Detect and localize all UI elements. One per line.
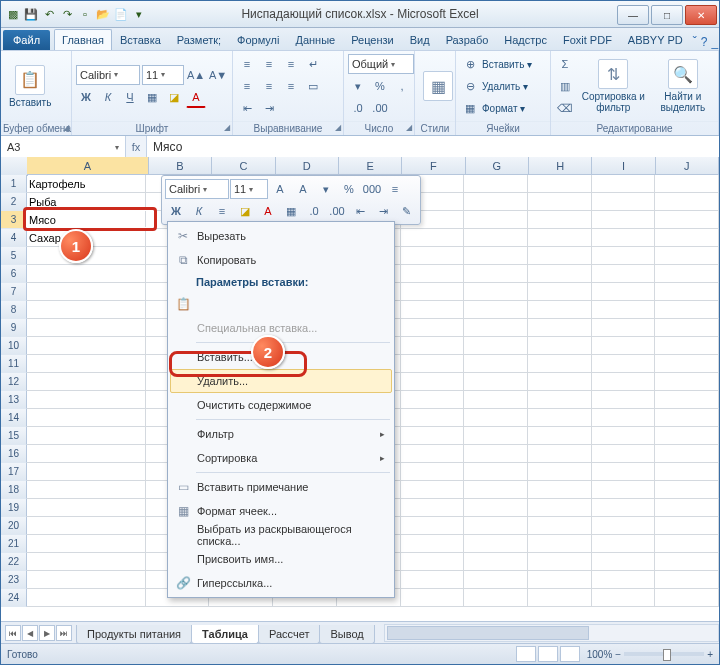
- cell-H5[interactable]: [528, 247, 592, 264]
- ctx-format[interactable]: ▦Формат ячеек...: [170, 499, 392, 523]
- row-header-18[interactable]: 18: [1, 481, 27, 499]
- cell-J15[interactable]: [655, 427, 719, 444]
- cell-I1[interactable]: [592, 175, 656, 192]
- mini-dec-inc-button[interactable]: .0: [303, 201, 325, 221]
- underline-button[interactable]: Ч: [120, 87, 140, 107]
- cell-F16[interactable]: [401, 445, 465, 462]
- row-header-4[interactable]: 4: [1, 229, 27, 247]
- view-normal-button[interactable]: [516, 646, 536, 662]
- mini-indent-inc-button[interactable]: ⇥: [372, 201, 394, 221]
- minimize-button[interactable]: —: [617, 5, 649, 25]
- cell-J6[interactable]: [655, 265, 719, 282]
- row-header-23[interactable]: 23: [1, 571, 27, 589]
- column-header-H[interactable]: H: [529, 157, 592, 175]
- cell-I21[interactable]: [592, 535, 656, 552]
- cell-J3[interactable]: [655, 211, 719, 228]
- cell-A20[interactable]: [27, 517, 146, 534]
- cell-A16[interactable]: [27, 445, 146, 462]
- cell-A2[interactable]: Рыба: [27, 193, 146, 210]
- ctx-filter[interactable]: Фильтр: [170, 422, 392, 446]
- border-button[interactable]: ▦: [142, 87, 162, 107]
- cell-F22[interactable]: [401, 553, 465, 570]
- redo-icon[interactable]: ↷: [59, 6, 75, 22]
- cell-F24[interactable]: [401, 589, 465, 606]
- cell-I17[interactable]: [592, 463, 656, 480]
- mini-bold-button[interactable]: Ж: [165, 201, 187, 221]
- cell-J4[interactable]: [655, 229, 719, 246]
- cell-H9[interactable]: [528, 319, 592, 336]
- decrease-indent-button[interactable]: ⇤: [237, 98, 257, 118]
- bold-button[interactable]: Ж: [76, 87, 96, 107]
- ctx-name[interactable]: Присвоить имя...: [170, 547, 392, 571]
- cell-F7[interactable]: [401, 283, 465, 300]
- cell-I14[interactable]: [592, 409, 656, 426]
- row-header-11[interactable]: 11: [1, 355, 27, 373]
- cell-I18[interactable]: [592, 481, 656, 498]
- comma-button[interactable]: ,: [392, 76, 412, 96]
- mini-align-button[interactable]: ≡: [211, 201, 233, 221]
- cell-H2[interactable]: [528, 193, 592, 210]
- cell-A11[interactable]: [27, 355, 146, 372]
- cell-H24[interactable]: [528, 589, 592, 606]
- column-header-F[interactable]: F: [402, 157, 465, 175]
- mini-grow-button[interactable]: A: [269, 179, 291, 199]
- mini-percent-button[interactable]: %: [338, 179, 360, 199]
- cell-I15[interactable]: [592, 427, 656, 444]
- cell-F17[interactable]: [401, 463, 465, 480]
- tab-home[interactable]: Главная: [54, 29, 112, 50]
- row-header-1[interactable]: 1: [1, 175, 27, 193]
- cell-A24[interactable]: [27, 589, 146, 606]
- sum-button[interactable]: Σ: [555, 54, 575, 74]
- cell-G19[interactable]: [464, 499, 528, 516]
- shrink-font-button[interactable]: A▼: [208, 65, 228, 85]
- cell-I10[interactable]: [592, 337, 656, 354]
- merge-button[interactable]: ▭: [303, 76, 323, 96]
- tab-review[interactable]: Рецензи: [343, 29, 402, 50]
- cell-I19[interactable]: [592, 499, 656, 516]
- qat-new-icon[interactable]: ▫: [77, 6, 93, 22]
- zoom-slider[interactable]: [624, 652, 704, 656]
- mini-shrink-button[interactable]: A: [292, 179, 314, 199]
- ctx-cut[interactable]: ✂Вырезать: [170, 224, 392, 248]
- cell-A12[interactable]: [27, 373, 146, 390]
- tab-file[interactable]: Файл: [3, 30, 50, 50]
- cell-G20[interactable]: [464, 517, 528, 534]
- cell-F12[interactable]: [401, 373, 465, 390]
- align-right-button[interactable]: ≡: [281, 76, 301, 96]
- cell-J24[interactable]: [655, 589, 719, 606]
- cell-I9[interactable]: [592, 319, 656, 336]
- cell-A19[interactable]: [27, 499, 146, 516]
- cell-H10[interactable]: [528, 337, 592, 354]
- clear-button[interactable]: ⌫: [555, 98, 575, 118]
- cell-G9[interactable]: [464, 319, 528, 336]
- view-layout-button[interactable]: [538, 646, 558, 662]
- cell-G24[interactable]: [464, 589, 528, 606]
- cell-G1[interactable]: [464, 175, 528, 192]
- align-top-button[interactable]: ≡: [237, 54, 257, 74]
- cell-H21[interactable]: [528, 535, 592, 552]
- cell-A7[interactable]: [27, 283, 146, 300]
- qat-dropdown-icon[interactable]: ▾: [131, 6, 147, 22]
- cell-A13[interactable]: [27, 391, 146, 408]
- sort-filter-button[interactable]: ⇅Сортировка и фильтр: [577, 57, 650, 115]
- insert-cells-button[interactable]: Вставить ▾: [482, 59, 532, 70]
- tab-formulas[interactable]: Формулі: [229, 29, 287, 50]
- qat-print-icon[interactable]: 📄: [113, 6, 129, 22]
- cell-F21[interactable]: [401, 535, 465, 552]
- cell-J5[interactable]: [655, 247, 719, 264]
- cell-H18[interactable]: [528, 481, 592, 498]
- cell-F5[interactable]: [401, 247, 465, 264]
- cell-G21[interactable]: [464, 535, 528, 552]
- sheet-tab-calc[interactable]: Рассчет: [258, 625, 321, 644]
- align-center-button[interactable]: ≡: [259, 76, 279, 96]
- format-cells-button[interactable]: Формат ▾: [482, 103, 525, 114]
- row-header-9[interactable]: 9: [1, 319, 27, 337]
- cell-I4[interactable]: [592, 229, 656, 246]
- mini-group-button[interactable]: ≡: [384, 179, 406, 199]
- cell-J8[interactable]: [655, 301, 719, 318]
- ctx-picklist[interactable]: Выбрать из раскрывающегося списка...: [170, 523, 392, 547]
- cell-I8[interactable]: [592, 301, 656, 318]
- fill-color-button[interactable]: ◪: [164, 87, 184, 107]
- sheet-tab-products[interactable]: Продукты питания: [76, 625, 192, 644]
- row-header-24[interactable]: 24: [1, 589, 27, 607]
